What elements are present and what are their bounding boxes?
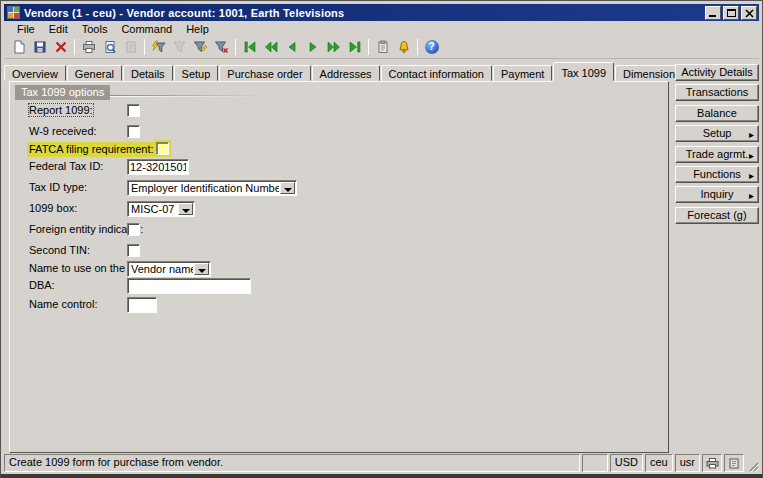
activity-details-button[interactable]: Activity Details xyxy=(675,64,759,81)
remove-filter-icon[interactable] xyxy=(211,37,232,57)
group-caption-rule xyxy=(98,95,266,96)
federal-tax-id-input[interactable] xyxy=(127,159,189,175)
minimize-icon xyxy=(709,15,716,17)
group-caption-tax-1099-options: Tax 1099 options xyxy=(15,85,110,100)
tab-setup[interactable]: Setup xyxy=(174,65,219,81)
alert-icon[interactable] xyxy=(393,37,414,57)
second-tin-label: Second TIN: xyxy=(29,244,90,256)
box-1099-label: 1099 box: xyxy=(29,202,77,214)
tab-details[interactable]: Details xyxy=(123,65,173,81)
close-button[interactable] xyxy=(741,6,757,20)
maximize-icon xyxy=(727,9,736,17)
transactions-button[interactable]: Transactions xyxy=(675,84,759,101)
menu-help[interactable]: Help xyxy=(179,22,216,36)
close-icon xyxy=(745,9,754,18)
w9-received-checkbox[interactable] xyxy=(127,125,140,138)
field-row-name-to-use: Name to use on the 1099: Vendor name xyxy=(10,261,668,278)
window-title: Vendors (1 - ceu) - Vendor account: 1001… xyxy=(24,7,705,19)
field-row-dba: DBA: xyxy=(10,278,668,295)
balance-button[interactable]: Balance xyxy=(675,105,759,122)
field-row-second-tin: Second TIN: xyxy=(10,243,668,260)
tab-contact-information[interactable]: Contact information xyxy=(381,65,492,81)
menu-command[interactable]: Command xyxy=(114,22,179,36)
field-row-fatca: FATCA filing requirement: xyxy=(10,141,668,158)
last-record-icon[interactable] xyxy=(344,37,365,57)
inquiry-button[interactable]: Inquiry xyxy=(675,186,759,203)
chevron-down-icon[interactable] xyxy=(280,182,295,194)
tab-purchase-order[interactable]: Purchase order xyxy=(219,65,310,81)
forecast-button[interactable]: Forecast (g) xyxy=(675,207,759,224)
menu-file[interactable]: File xyxy=(10,22,42,36)
second-tin-checkbox[interactable] xyxy=(127,244,140,257)
resize-grip[interactable] xyxy=(746,454,759,472)
dba-input[interactable] xyxy=(127,278,251,294)
field-row-federal-tax-id: Federal Tax ID: xyxy=(10,159,668,176)
clipboard-icon[interactable] xyxy=(372,37,393,57)
minimize-button[interactable] xyxy=(705,6,721,20)
menu-tools[interactable]: Tools xyxy=(75,22,115,36)
toolbar-separator xyxy=(144,39,145,55)
status-currency[interactable]: USD xyxy=(610,454,643,472)
action-button-column: Activity Details Transactions Balance Se… xyxy=(675,64,759,224)
field-row-report-1099: Report 1099: xyxy=(10,103,668,120)
tab-general[interactable]: General xyxy=(67,65,122,81)
status-company[interactable]: ceu xyxy=(645,454,673,472)
print-preview-icon[interactable] xyxy=(99,37,120,57)
functions-button[interactable]: Functions xyxy=(675,166,759,183)
previous-page-icon[interactable] xyxy=(260,37,281,57)
tab-strip: Overview General Details Setup Purchase … xyxy=(4,64,684,81)
new-record-icon[interactable] xyxy=(8,37,29,57)
next-page-icon[interactable] xyxy=(323,37,344,57)
toolbar-separator xyxy=(368,39,369,55)
vendors-window: Vendors (1 - ceu) - Vendor account: 1001… xyxy=(0,0,763,478)
tab-overview[interactable]: Overview xyxy=(4,65,66,81)
fatca-filing-requirement-checkbox[interactable] xyxy=(156,142,169,155)
help-icon[interactable] xyxy=(421,37,442,57)
tax-id-type-value: Employer Identification Number xyxy=(128,181,279,195)
document-status-icon[interactable] xyxy=(724,454,744,472)
title-bar[interactable]: Vendors (1 - ceu) - Vendor account: 1001… xyxy=(4,4,759,21)
status-message: Create 1099 form for purchase from vendo… xyxy=(4,454,580,472)
print-icon[interactable] xyxy=(78,37,99,57)
report-1099-label: Report 1099: xyxy=(29,104,93,116)
chevron-down-icon[interactable] xyxy=(178,203,193,215)
filter-by-grid-icon xyxy=(169,37,190,57)
name-to-use-combo[interactable]: Vendor name xyxy=(127,261,211,277)
field-row-1099-box: 1099 box: MISC-07 xyxy=(10,201,668,218)
first-record-icon[interactable] xyxy=(239,37,260,57)
filter-by-selection-icon[interactable] xyxy=(148,37,169,57)
box-1099-combo[interactable]: MISC-07 xyxy=(127,201,195,217)
status-spacer-cell xyxy=(582,454,608,472)
toolbar-separator xyxy=(235,39,236,55)
tax-id-type-combo[interactable]: Employer Identification Number xyxy=(127,180,297,196)
menu-bar: File Edit Tools Command Help xyxy=(4,21,759,36)
tax-1099-tab-page: Tax 1099 options Report 1099: W-9 receiv… xyxy=(9,81,669,453)
box-1099-value: MISC-07 xyxy=(128,202,177,216)
trade-agrmt-button[interactable]: Trade agrmt. xyxy=(675,146,759,163)
name-to-use-value: Vendor name xyxy=(128,262,193,276)
chevron-down-icon[interactable] xyxy=(194,263,209,275)
tab-tax-1099[interactable]: Tax 1099 xyxy=(553,62,614,81)
tab-dimension[interactable]: Dimension xyxy=(615,65,683,81)
toolbar-separator xyxy=(74,39,75,55)
setup-button[interactable]: Setup xyxy=(675,125,759,142)
fatca-filing-requirement-label: FATCA filing requirement: xyxy=(27,142,158,157)
app-icon xyxy=(7,6,20,19)
delete-icon[interactable] xyxy=(50,37,71,57)
name-control-input[interactable] xyxy=(127,297,157,313)
menu-edit[interactable]: Edit xyxy=(42,22,75,36)
advanced-filter-icon[interactable] xyxy=(190,37,211,57)
federal-tax-id-label: Federal Tax ID: xyxy=(29,160,103,172)
report-1099-checkbox[interactable] xyxy=(127,104,140,117)
w9-received-label: W-9 received: xyxy=(29,125,97,137)
previous-record-icon[interactable] xyxy=(281,37,302,57)
field-row-w9-received: W-9 received: xyxy=(10,124,668,141)
foreign-entity-indicator-checkbox[interactable] xyxy=(127,223,140,236)
save-icon[interactable] xyxy=(29,37,50,57)
tab-addresses[interactable]: Addresses xyxy=(312,65,380,81)
maximize-button[interactable] xyxy=(723,6,739,20)
tab-payment[interactable]: Payment xyxy=(493,65,552,81)
status-user[interactable]: usr xyxy=(675,454,700,472)
printer-status-icon[interactable] xyxy=(702,454,722,472)
next-record-icon[interactable] xyxy=(302,37,323,57)
